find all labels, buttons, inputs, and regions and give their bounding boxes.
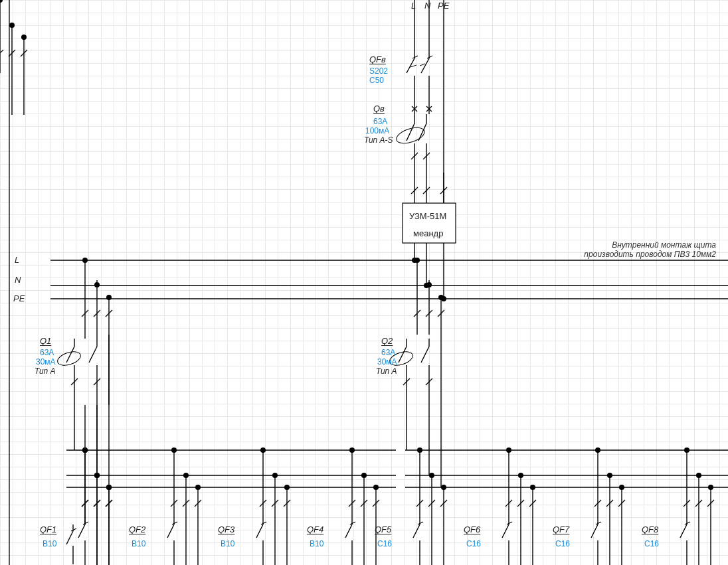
q1-name: Q1 [40, 336, 51, 346]
qv-type: Тип A-S [364, 135, 393, 145]
qv-rating: 63A [373, 117, 387, 126]
bus-n: N [15, 275, 21, 285]
bus-l: L [15, 255, 19, 265]
q1-leakage: 30мА [36, 357, 56, 366]
svg-line-119 [0, 50, 3, 56]
qf8-rating: C16 [644, 539, 659, 548]
qf6-rating: C16 [466, 539, 481, 548]
qf8-name: QF8 [642, 525, 658, 534]
qv-name: Qв [373, 104, 385, 114]
qf4-name: QF4 [307, 525, 323, 534]
uzm-line2: меандр [413, 228, 443, 238]
q2-type: Тип A [376, 366, 397, 376]
qfv-model: S202 [369, 66, 388, 76]
qf6-name: QF6 [464, 525, 480, 534]
qfv-name: QFв [369, 54, 386, 64]
q2-name: Q2 [381, 336, 393, 346]
qf7-name: QF7 [553, 525, 569, 534]
qf3-name: QF3 [218, 525, 234, 534]
qf5-rating: C16 [377, 539, 392, 548]
qf3-rating: B10 [221, 539, 234, 548]
incoming-pe: PE [438, 1, 449, 11]
qf4-rating: B10 [310, 539, 323, 548]
q2-rating: 63A [381, 348, 395, 357]
bus-pe: PE [13, 293, 25, 303]
qf1-name: QF1 [40, 525, 56, 534]
uzm-line1: УЗМ-51М [409, 211, 446, 221]
qf-columns [0, 0, 728, 565]
qf1-rating: B10 [43, 539, 56, 548]
note-line1: Внутренний монтаж щита [490, 240, 716, 250]
q1-type: Тип A [35, 366, 56, 376]
incoming-n: N [424, 1, 430, 11]
note-line2: производить проводом ПВ3 10мм2 [490, 250, 716, 259]
qf7-rating: C16 [555, 539, 570, 548]
q1-rating: 63A [40, 348, 54, 357]
q2-leakage: 30мА [377, 357, 397, 366]
qf5-name: QF5 [375, 525, 391, 534]
qfv-rating: C50 [369, 76, 384, 85]
incoming-l: L [411, 1, 416, 11]
qf2-rating: B10 [132, 539, 145, 548]
qv-leakage: 100мА [365, 126, 389, 135]
qf2-name: QF2 [129, 525, 145, 534]
